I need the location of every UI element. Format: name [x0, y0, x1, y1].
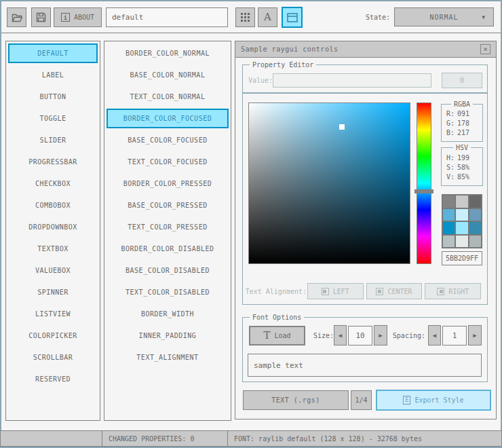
hex-value: 5BB2D9FF [446, 255, 478, 262]
controls-list-item-label: DEFAULT [37, 50, 69, 57]
sample-text-box[interactable]: sample text [248, 354, 482, 377]
about-button[interactable]: i ABOUT [54, 7, 102, 27]
properties-list-item-label: BASE_COLOR_FOCUSED [128, 136, 207, 144]
controls-list-item[interactable]: RESERVED [8, 369, 98, 389]
color-cursor[interactable] [339, 124, 345, 130]
controls-list-item[interactable]: VALUEBOX [8, 261, 98, 280]
font-spacing-decrease-button[interactable]: ◀ [428, 325, 441, 346]
style-color-swatch[interactable] [469, 222, 481, 234]
style-table-view-button[interactable] [235, 7, 255, 27]
value-apply-button-label: 0 [460, 77, 464, 84]
open-style-button[interactable] [7, 7, 26, 27]
properties-list-item[interactable]: BORDER_WIDTH [107, 304, 229, 324]
window-titlebar[interactable]: Sample raygui controls [235, 41, 496, 58]
export-style-button[interactable]: E Export Style [376, 390, 491, 411]
font-icon: A [264, 12, 271, 22]
text-alignment-button[interactable]: RIGHT [425, 283, 481, 299]
properties-list-item[interactable]: BASE_COLOR_DISABLED [107, 261, 229, 280]
style-color-swatch[interactable] [443, 195, 455, 208]
properties-list-item-label: TEXT_ALIGNMENT [136, 354, 198, 361]
style-color-swatch[interactable] [469, 236, 481, 248]
properties-list-item[interactable]: BASE_COLOR_PRESSED [107, 195, 229, 215]
spinner-right-arrow-icon: ▶ [379, 332, 382, 339]
properties-list-item[interactable]: INNER_PADDING [107, 326, 229, 346]
color-panel[interactable] [248, 102, 410, 264]
hsv-group-label: HSV [453, 144, 471, 151]
style-color-swatch[interactable] [443, 209, 455, 221]
hex-value-box[interactable]: 5BB2D9FF [442, 251, 482, 265]
value-apply-button[interactable]: 0 [442, 73, 482, 88]
rgba-group-label: RGBA [451, 100, 473, 108]
save-style-button[interactable] [31, 7, 51, 27]
controls-view-button[interactable] [282, 7, 303, 28]
controls-list-item[interactable]: CHECKBOX [8, 174, 98, 193]
properties-list-item[interactable]: BORDER_COLOR_DISABLED [107, 239, 229, 259]
property-editor-group-label: Property Editor [250, 61, 316, 69]
font-spacing-value[interactable]: 1 [442, 326, 467, 346]
save-file-icon [36, 12, 46, 22]
alignment-icon [376, 288, 383, 295]
properties-list-item-label: BORDER_COLOR_NORMAL [125, 50, 210, 57]
properties-list-item[interactable]: TEXT_COLOR_FOCUSED [107, 152, 229, 172]
properties-list-item[interactable]: BORDER_COLOR_PRESSED [107, 174, 229, 193]
properties-list-item-label: TEXT_COLOR_DISABLED [125, 288, 210, 296]
style-color-swatch[interactable] [469, 195, 481, 208]
controls-list-item-label: SPINNER [37, 288, 69, 296]
text-alignment-button-label: LEFT [333, 288, 349, 295]
style-color-swatch[interactable] [443, 222, 455, 234]
controls-list-item-label: SLIDER [39, 136, 66, 144]
properties-list-item[interactable]: TEXT_COLOR_DISABLED [107, 282, 229, 302]
font-size-value[interactable]: 10 [348, 326, 372, 346]
state-dropdown[interactable]: NORMAL ▼ [394, 7, 494, 26]
properties-list-item-label: BASE_COLOR_DISABLED [125, 267, 210, 274]
controls-list-item[interactable]: DEFAULT [8, 43, 98, 63]
value-input[interactable] [273, 73, 431, 88]
hue-handle[interactable] [414, 189, 433, 193]
g-label: G: [446, 119, 455, 127]
export-format-pager[interactable]: 1/4 [351, 390, 372, 410]
properties-list-item[interactable]: TEXT_ALIGNMENT [107, 348, 229, 367]
controls-list-item[interactable]: SPINNER [8, 282, 98, 302]
style-color-swatch[interactable] [456, 222, 467, 234]
text-alignment-button[interactable]: LEFT [307, 283, 364, 299]
controls-list-item[interactable]: BUTTON [8, 87, 98, 107]
controls-list-item[interactable]: PROGRESSBAR [8, 152, 98, 172]
controls-list-item-label: DROPDOWNBOX [28, 223, 77, 231]
properties-list-item[interactable]: BASE_COLOR_NORMAL [107, 65, 229, 85]
style-name-input[interactable] [106, 7, 228, 27]
controls-list-item[interactable]: COLORPICKER [8, 326, 98, 346]
font-view-button[interactable]: A [258, 7, 277, 27]
spinner-right-arrow-icon: ▶ [473, 332, 476, 339]
controls-list-item[interactable]: TEXTBOX [8, 239, 98, 259]
font-size-increase-button[interactable]: ▶ [374, 325, 387, 346]
text-alignment-button[interactable]: CENTER [366, 283, 423, 299]
style-color-swatch[interactable] [456, 236, 467, 248]
font-load-button[interactable]: T Load [249, 326, 305, 346]
style-color-swatch[interactable] [443, 236, 455, 248]
controls-list-item[interactable]: LISTVIEW [8, 304, 98, 324]
style-color-swatch[interactable] [456, 195, 467, 208]
font-size-label: Size: [303, 326, 334, 346]
b-value: 217 [457, 129, 469, 136]
controls-list-item[interactable]: LABEL [8, 65, 98, 85]
properties-list-item[interactable]: TEXT_COLOR_NORMAL [107, 87, 229, 107]
controls-list-item[interactable]: SCROLLBAR [8, 348, 98, 367]
style-color-swatch[interactable] [469, 209, 481, 221]
properties-list-item[interactable]: BASE_COLOR_FOCUSED [107, 130, 229, 150]
properties-list-item[interactable]: BORDER_COLOR_FOCUSED [107, 109, 229, 128]
hue-bar[interactable] [417, 102, 431, 264]
s-value: 58% [457, 164, 469, 171]
font-size-decrease-button[interactable]: ◀ [334, 325, 347, 346]
r-value: 091 [457, 110, 469, 117]
controls-list-item[interactable]: TOGGLE [8, 109, 98, 128]
properties-list-item[interactable]: BORDER_COLOR_NORMAL [107, 43, 229, 63]
controls-list-item[interactable]: COMBOBOX [8, 195, 98, 215]
controls-list-item[interactable]: DROPDOWNBOX [8, 217, 98, 237]
export-format-button[interactable]: TEXT (.rgs) [243, 390, 349, 410]
controls-list-item-label: CHECKBOX [35, 180, 71, 187]
style-color-swatch[interactable] [456, 209, 467, 221]
font-spacing-increase-button[interactable]: ▶ [468, 325, 482, 346]
controls-list-item[interactable]: SLIDER [8, 130, 98, 150]
properties-list-item[interactable]: TEXT_COLOR_PRESSED [107, 217, 229, 237]
window-close-button[interactable]: × [480, 44, 490, 54]
